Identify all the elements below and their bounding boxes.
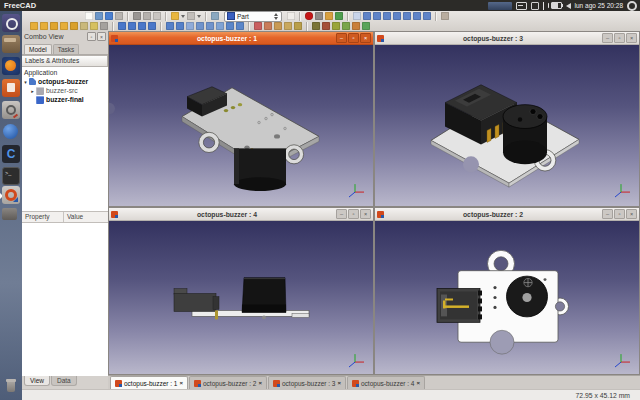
tab-close-icon[interactable] [258,380,262,386]
files-icon[interactable] [2,35,20,53]
view-right-icon[interactable] [393,12,401,20]
cone-icon[interactable] [60,22,68,30]
viewport-1-titlebar[interactable]: octopus-buzzer : 1 –▫× [109,32,373,45]
tab-close-icon[interactable] [337,380,341,386]
thickness-icon[interactable] [294,22,302,30]
column-property[interactable]: Property [22,212,64,222]
viewport-2-titlebar[interactable]: octopus-buzzer : 2 –▫× [375,208,639,221]
boolean-cut-icon[interactable] [128,22,136,30]
cut-icon[interactable] [133,12,141,20]
tab-view[interactable]: View [24,376,50,386]
torus-icon[interactable] [70,22,78,30]
tree-item-buzzer-final[interactable]: buzzer-final [22,95,108,104]
viewport-2-3d-view[interactable] [375,221,639,374]
mdi-tab-4[interactable]: octopus-buzzer : 4 [347,376,425,389]
clock[interactable]: lun ago 25 20:28 [575,2,623,9]
new-document-icon[interactable] [85,12,93,20]
section-icon[interactable] [254,22,262,30]
mdi-tab-1[interactable]: octopus-buzzer : 1 [110,376,188,389]
mdi-tab-3[interactable]: octopus-buzzer : 3 [268,376,346,389]
viewport-4-titlebar[interactable]: octopus-buzzer : 4 –▫× [109,208,373,221]
open-folder-icon[interactable] [95,12,103,20]
redo-icon[interactable] [187,12,195,20]
ubuntu-software-icon[interactable] [2,79,20,97]
tab-model[interactable]: Model [24,44,52,54]
offset-3d-icon[interactable] [274,22,282,30]
boolean-union-icon[interactable] [138,22,146,30]
boolean-icon[interactable] [118,22,126,30]
restore-button[interactable]: ▫ [348,33,359,43]
measure-toggle-3d-icon[interactable] [362,22,370,30]
workbench-selector[interactable]: Part [224,11,282,22]
view-top-icon[interactable] [383,12,391,20]
mdi-tab-2[interactable]: octopus-buzzer : 2 [189,376,267,389]
close-button[interactable]: × [626,209,637,219]
measure-angular-icon[interactable] [322,22,330,30]
macro-stop-icon[interactable] [315,12,323,20]
cross-sections-icon[interactable] [264,22,272,30]
measure-toggle-all-icon[interactable] [352,22,360,30]
view-fit-all-icon[interactable] [353,12,361,20]
battery-icon[interactable] [551,2,562,9]
c-application-icon[interactable] [2,145,20,163]
macro-edit-icon[interactable] [325,12,333,20]
shape-builder-icon[interactable] [100,22,108,30]
dock-float-button[interactable] [87,32,96,41]
close-button[interactable]: × [626,33,637,43]
revolve-icon[interactable] [176,22,184,30]
spinner-arrows-icon[interactable] [274,13,279,20]
viewport-3-titlebar[interactable]: octopus-buzzer : 3 –▫× [375,32,639,45]
keyboard-icon[interactable] [516,2,527,10]
system-settings-icon[interactable] [2,101,20,119]
restore-button[interactable]: ▫ [614,33,625,43]
column-value[interactable]: Value [64,212,83,222]
measure-refresh-icon[interactable] [332,22,340,30]
session-menu-icon[interactable] [627,1,637,11]
viewport-4-3d-view[interactable] [109,221,373,374]
restore-button[interactable]: ▫ [614,209,625,219]
macro-record-icon[interactable] [305,12,313,20]
view-front-icon[interactable] [373,12,381,20]
extrude-icon[interactable] [166,22,174,30]
paste-icon[interactable] [153,12,161,20]
minimize-button[interactable]: – [336,33,347,43]
draw-style-icon[interactable] [441,12,449,20]
undo-icon[interactable] [171,12,179,20]
close-button[interactable]: × [360,33,371,43]
tab-tasks[interactable]: Tasks [53,44,80,54]
tree-item-document[interactable]: ▾ octopus-buzzer [22,77,108,86]
dash-home-icon[interactable] [2,14,20,32]
offset-2d-icon[interactable] [284,22,292,30]
property-table-body[interactable] [22,223,108,376]
fillet-icon[interactable] [196,22,204,30]
terminal-icon[interactable] [2,167,20,185]
blue-sphere-app-icon[interactable] [2,123,20,141]
freecad-launcher-icon[interactable] [2,186,20,204]
sweep-icon[interactable] [236,22,244,30]
minimize-button[interactable]: – [602,33,613,43]
tab-close-icon[interactable] [179,380,183,386]
box-icon[interactable] [30,22,38,30]
restore-button[interactable]: ▫ [348,209,359,219]
loft-icon[interactable] [226,22,234,30]
archive-icon[interactable] [2,208,17,220]
expander-open-icon[interactable]: ▾ [22,79,29,85]
viewport-1-3d-view[interactable] [109,45,373,206]
macro-execute-icon[interactable] [335,12,343,20]
volume-icon[interactable] [566,3,571,9]
tube-icon[interactable] [80,22,88,30]
redo-more-icon[interactable] [197,12,201,20]
tab-data[interactable]: Data [51,376,77,386]
expander-closed-icon[interactable]: ▸ [29,88,36,94]
view-rear-icon[interactable] [403,12,411,20]
view-left-icon[interactable] [423,12,431,20]
firefox-icon[interactable] [2,57,20,75]
refresh-icon[interactable] [211,12,219,20]
boolean-intersection-icon[interactable] [148,22,156,30]
input-source-icon[interactable] [531,2,539,10]
dock-close-button[interactable] [97,32,106,41]
tree-item-buzzer-src[interactable]: ▸ buzzer-src [22,86,108,95]
viewport-3-3d-view[interactable] [375,45,639,206]
whatsthis-icon[interactable] [287,12,295,20]
make-face-icon[interactable] [216,22,224,30]
